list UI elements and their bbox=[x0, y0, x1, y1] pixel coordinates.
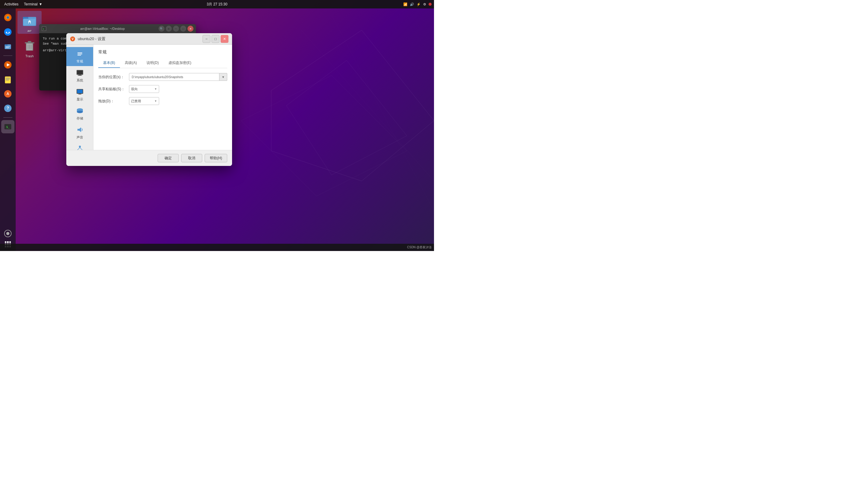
settings-maximize-button[interactable]: □ bbox=[211, 35, 219, 43]
nav-label-display: 显示 bbox=[76, 97, 83, 102]
power-icon[interactable]: ⚡ bbox=[416, 2, 421, 6]
desktop-icon-trash[interactable]: Trash bbox=[18, 36, 42, 59]
terminal-maximize-button[interactable]: □ bbox=[180, 26, 186, 32]
clipboard-dropdown-value: 双向 bbox=[131, 87, 138, 91]
taskbar-icon-terminal[interactable]: $_ bbox=[1, 120, 14, 133]
terminal-minimize-button[interactable]: − bbox=[173, 26, 179, 32]
sound-icon[interactable]: 🔊 bbox=[410, 2, 414, 6]
svg-rect-13 bbox=[6, 48, 9, 48]
ok-button[interactable]: 确定 bbox=[158, 154, 179, 162]
top-bar-datetime: 3月 27 15:30 bbox=[207, 2, 228, 7]
svg-line-4 bbox=[331, 15, 434, 211]
arr-folder-icon bbox=[22, 12, 37, 28]
svg-marker-1 bbox=[286, 60, 407, 175]
svg-rect-48 bbox=[77, 71, 83, 74]
trash-icon bbox=[22, 37, 37, 53]
nav-item-general[interactable]: 常规 bbox=[66, 47, 93, 66]
tab-disk[interactable]: 虚拟盘加密(E) bbox=[164, 59, 196, 68]
svg-rect-45 bbox=[78, 54, 82, 54]
taskbar-icon-notes[interactable] bbox=[1, 73, 14, 86]
chevron-down-icon: ▼ bbox=[154, 100, 157, 103]
network-icon: 📶 bbox=[403, 2, 407, 6]
dragdrop-value: 已禁用 ▼ bbox=[129, 97, 227, 105]
settings-row-dragdrop: 拖放(D)： 已禁用 ▼ bbox=[98, 97, 227, 105]
nav-item-display[interactable]: 显示 bbox=[66, 85, 93, 104]
svg-rect-19 bbox=[6, 80, 9, 81]
svg-text:V: V bbox=[72, 37, 74, 41]
nav-label-audio: 声音 bbox=[76, 135, 83, 140]
location-input-group: ▼ bbox=[129, 73, 227, 81]
status-bar: CSDN @星夜汐涟 bbox=[0, 244, 434, 251]
nav-label-system: 系统 bbox=[76, 78, 83, 83]
svg-rect-12 bbox=[6, 47, 10, 47]
settings-window-buttons: − □ ✕ bbox=[203, 35, 228, 43]
taskbar-icon-circle[interactable] bbox=[1, 227, 14, 240]
taskbar-icon-software[interactable]: A bbox=[1, 87, 14, 100]
settings-title-text: ubuntu20 - 设置 bbox=[78, 36, 200, 42]
taskbar-icon-files[interactable] bbox=[1, 40, 14, 53]
terminal-menu[interactable]: Terminal ▼ bbox=[24, 2, 42, 6]
terminal-menu-button[interactable]: ≡ bbox=[166, 26, 172, 32]
general-nav-icon bbox=[76, 50, 84, 58]
desktop-icon-arr[interactable]: arr bbox=[18, 11, 42, 34]
svg-rect-17 bbox=[6, 78, 10, 79]
settings-dialog: V ubuntu20 - 设置 − □ ✕ bbox=[66, 33, 232, 166]
taskbar-icon-firefox[interactable] bbox=[1, 11, 14, 24]
dragdrop-dropdown[interactable]: 已禁用 ▼ bbox=[129, 97, 159, 105]
top-bar-left: Activities Terminal ▼ bbox=[2, 1, 42, 7]
nav-item-network[interactable]: 网络 bbox=[66, 142, 93, 150]
svg-point-7 bbox=[7, 16, 9, 19]
status-text: CSDN @星夜汐涟 bbox=[407, 245, 432, 249]
settings-icon[interactable]: ⚙ bbox=[423, 2, 426, 6]
top-bar: Activities Terminal ▼ 3月 27 15:30 📶 🔊 ⚡ … bbox=[0, 0, 434, 8]
help-button[interactable]: 帮助(H) bbox=[205, 154, 227, 162]
trash-label: Trash bbox=[25, 54, 34, 58]
tab-description[interactable]: 说明(D) bbox=[142, 59, 164, 68]
settings-row-clipboard: 共享粘贴板(S)： 双向 ▼ bbox=[98, 85, 227, 93]
location-value: ▼ bbox=[129, 73, 227, 81]
clipboard-dropdown[interactable]: 双向 ▼ bbox=[129, 85, 159, 93]
nav-item-audio[interactable]: 声音 bbox=[66, 123, 93, 142]
clipboard-value: 双向 ▼ bbox=[129, 85, 227, 93]
dragdrop-label: 拖放(D)： bbox=[98, 99, 125, 104]
cancel-button[interactable]: 取消 bbox=[181, 154, 202, 162]
nav-item-system[interactable]: 系统 bbox=[66, 66, 93, 85]
svg-text:A: A bbox=[7, 92, 9, 96]
settings-section-title: 常规 bbox=[98, 50, 227, 55]
taskbar-icon-rhythmbox[interactable] bbox=[1, 58, 14, 71]
tab-advanced[interactable]: 高级(A) bbox=[120, 59, 142, 68]
nav-item-storage[interactable]: 存储 bbox=[66, 104, 93, 123]
taskbar-icon-thunderbird[interactable] bbox=[1, 26, 14, 39]
desktop: Activities Terminal ▼ 3月 27 15:30 📶 🔊 ⚡ … bbox=[0, 0, 434, 251]
terminal-button-group: 🔍 ≡ − □ ✕ bbox=[158, 26, 194, 32]
taskbar: A ? $_ bbox=[0, 8, 16, 251]
location-dropdown-button[interactable]: ▼ bbox=[219, 73, 227, 81]
settings-close-button[interactable]: ✕ bbox=[220, 35, 228, 43]
chevron-down-icon: ▼ bbox=[39, 2, 42, 6]
svg-rect-35 bbox=[28, 41, 31, 42]
svg-rect-53 bbox=[79, 94, 81, 94]
nav-label-storage: 存储 bbox=[76, 116, 83, 121]
svg-rect-18 bbox=[6, 79, 10, 79]
svg-rect-52 bbox=[77, 90, 83, 93]
svg-marker-2 bbox=[241, 76, 407, 196]
svg-text:$_: $_ bbox=[6, 126, 10, 129]
settings-minimize-button[interactable]: − bbox=[203, 35, 210, 43]
terminal-close-button[interactable]: ✕ bbox=[187, 26, 194, 32]
chevron-down-icon: ▼ bbox=[154, 88, 157, 90]
svg-point-9 bbox=[7, 31, 9, 33]
location-input[interactable] bbox=[129, 73, 219, 81]
settings-row-location: 当你的位置(s)： ▼ bbox=[98, 73, 227, 81]
settings-content: 常规 系统 bbox=[66, 45, 232, 150]
taskbar-icon-help[interactable]: ? bbox=[1, 102, 14, 115]
dragdrop-dropdown-value: 已禁用 bbox=[131, 99, 141, 103]
settings-main-panel: 常规 基本(B) 高级(A) 说明(D) 虚拟盘加密(E) 当你的位置(s)： … bbox=[93, 45, 232, 150]
settings-nav: 常规 系统 bbox=[66, 45, 93, 150]
svg-point-56 bbox=[77, 111, 83, 113]
svg-text:$: $ bbox=[43, 28, 44, 30]
location-label: 当你的位置(s)： bbox=[98, 74, 125, 80]
svg-line-61 bbox=[78, 148, 80, 150]
terminal-search-button[interactable]: 🔍 bbox=[158, 26, 165, 32]
tab-basic[interactable]: 基本(B) bbox=[98, 59, 120, 68]
activities-button[interactable]: Activities bbox=[2, 1, 20, 7]
